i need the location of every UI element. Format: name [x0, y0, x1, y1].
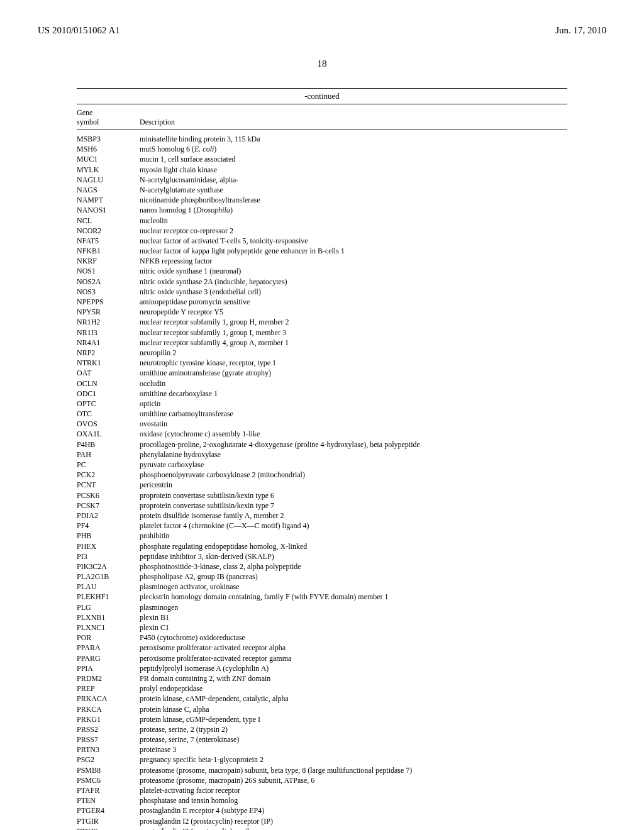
- gene-symbol: NRP2: [77, 348, 140, 358]
- gene-description: protease, serine, 2 (trypsin 2): [140, 724, 567, 734]
- gene-description: phospholipase A2, group IB (pancreas): [140, 572, 567, 582]
- table-row: MSH6mutS homolog 6 (E. coli): [77, 144, 567, 154]
- table-row: PCK2phosphoenolpyruvate carboxykinase 2 …: [77, 470, 567, 480]
- gene-description: platelet-activating factor receptor: [140, 785, 567, 795]
- gene-description: prostaglandin I2 (prostacyclin) synthase: [140, 826, 567, 830]
- table-row: NAGSN-acetylglutamate synthase: [77, 185, 567, 195]
- gene-description: nuclear receptor co-repressor 2: [140, 226, 567, 236]
- gene-description: prolyl endopeptidase: [140, 683, 567, 694]
- table-row: PTGIRprostaglandin I2 (prostacyclin) rec…: [77, 816, 567, 826]
- gene-symbol: PTGIR: [77, 816, 140, 826]
- table-row: MSBP3minisatellite binding protein 3, 11…: [77, 134, 567, 144]
- table-row: PI3peptidase inhibitor 3, skin-derived (…: [77, 551, 567, 562]
- gene-symbol: NOS1: [77, 266, 140, 276]
- gene-symbol: PHEX: [77, 541, 140, 551]
- gene-description: plasminogen activator, urokinase: [140, 582, 567, 592]
- gene-description: ornithine decarboxylase 1: [140, 389, 567, 399]
- table-body: MSBP3minisatellite binding protein 3, 11…: [77, 134, 567, 830]
- gene-symbol: PLEKHF1: [77, 592, 140, 602]
- table-row: PTAFRplatelet-activating factor receptor: [77, 785, 567, 795]
- table-row: OPTCopticin: [77, 399, 567, 409]
- table-row: PCSK7proprotein convertase subtilisin/ke…: [77, 501, 567, 511]
- gene-symbol: PI3: [77, 551, 140, 562]
- table-row: NPY5Rneuropeptide Y receptor Y5: [77, 307, 567, 317]
- table-row: NR1H2nuclear receptor subfamily 1, group…: [77, 317, 567, 327]
- gene-description: proprotein convertase subtilisin/kexin t…: [140, 501, 567, 511]
- gene-description: peptidylprolyl isomerase A (cyclophilin …: [140, 663, 567, 673]
- gene-symbol: OPTC: [77, 399, 140, 409]
- gene-symbol: PCK2: [77, 470, 140, 480]
- gene-symbol: OCLN: [77, 379, 140, 389]
- gene-symbol: MSH6: [77, 144, 140, 154]
- gene-description: nicotinamide phosphoribosyltransferase: [140, 195, 567, 205]
- gene-symbol: PLA2G1B: [77, 572, 140, 582]
- page-container: US 2010/0151062 A1 Jun. 17, 2010 18 -con…: [0, 0, 644, 830]
- table-row: OVOSovostatin: [77, 419, 567, 429]
- rule-under-header: [77, 130, 567, 130]
- gene-description: nucleolin: [140, 216, 567, 226]
- gene-symbol: NANOS1: [77, 205, 140, 215]
- gene-description: phosphoinositide-3-kinase, class 2, alph…: [140, 562, 567, 572]
- gene-description: ornithine carbamoyltransferase: [140, 409, 567, 419]
- gene-description: plasminogen: [140, 602, 567, 612]
- table-row: PRKCAprotein kinase C, alpha: [77, 704, 567, 714]
- table-row: PPARAperoxisome proliferator-activated r…: [77, 643, 567, 653]
- gene-description: nitric oxide synthase 2A (inducible, hep…: [140, 277, 567, 287]
- gene-symbol: NKRF: [77, 256, 140, 266]
- gene-symbol: NPEPPS: [77, 297, 140, 307]
- table-row: NAGLUN-acetylglucosaminidase, alpha-: [77, 175, 567, 185]
- gene-description: peptidase inhibitor 3, skin-derived (SKA…: [140, 551, 567, 562]
- gene-symbol: NPY5R: [77, 307, 140, 317]
- table-row: PRSS2protease, serine, 2 (trypsin 2): [77, 724, 567, 734]
- table-row: PSG2pregnancy specific beta-1-glycoprote…: [77, 755, 567, 765]
- gene-description: proprotein convertase subtilisin/kexin t…: [140, 490, 567, 501]
- gene-description: neurotrophic tyrosine kinase, receptor, …: [140, 358, 567, 368]
- gene-description: phosphate regulating endopeptidase homol…: [140, 541, 567, 551]
- gene-description: mutS homolog 6 (E. coli): [140, 144, 567, 154]
- table-row: PLXNB1plexin B1: [77, 612, 567, 622]
- gene-description: protein kinase, cGMP-dependent, type I: [140, 714, 567, 724]
- table-row: PPIApeptidylprolyl isomerase A (cyclophi…: [77, 663, 567, 673]
- gene-symbol: NAMPT: [77, 195, 140, 205]
- table-row: PRDM2PR domain containing 2, with ZNF do…: [77, 673, 567, 683]
- table-row: NFAT5nuclear factor of activated T-cells…: [77, 236, 567, 246]
- table-row: P4HBprocollagen-proline, 2-oxoglutarate …: [77, 440, 567, 450]
- table-row: PREPprolyl endopeptidase: [77, 683, 567, 694]
- table-row: NTRK1neurotrophic tyrosine kinase, recep…: [77, 358, 567, 368]
- page-header: US 2010/0151062 A1 Jun. 17, 2010: [38, 25, 606, 36]
- table-row: MUC1mucin 1, cell surface associated: [77, 154, 567, 164]
- table-header-row: Gene symbol Description: [77, 107, 567, 128]
- col-header-description: Description: [140, 118, 567, 127]
- gene-description: pregnancy specific beta-1-glycoprotein 2: [140, 755, 567, 765]
- gene-symbol: NOS2A: [77, 277, 140, 287]
- gene-description: P450 (cytochrome) oxidoreductase: [140, 633, 567, 643]
- table-row: NANOS1nanos homolog 1 (Drosophila): [77, 205, 567, 215]
- gene-symbol: POR: [77, 633, 140, 643]
- table-row: PTGISprostaglandin I2 (prostacyclin) syn…: [77, 826, 567, 830]
- table-row: PRSS7protease, serine, 7 (enterokinase): [77, 734, 567, 744]
- gene-description: phenylalanine hydroxylase: [140, 450, 567, 460]
- gene-description: PR domain containing 2, with ZNF domain: [140, 673, 567, 683]
- gene-description: proteinase 3: [140, 744, 567, 755]
- table-row: PDIA2protein disulfide isomerase family …: [77, 511, 567, 521]
- gene-symbol: PLG: [77, 602, 140, 612]
- gene-symbol: NTRK1: [77, 358, 140, 368]
- gene-symbol: PSMB8: [77, 765, 140, 775]
- gene-description: plexin B1: [140, 612, 567, 622]
- table-row: PIK3C2Aphosphoinositide-3-kinase, class …: [77, 562, 567, 572]
- gene-symbol: PF4: [77, 521, 140, 531]
- gene-symbol: PPARA: [77, 643, 140, 653]
- gene-symbol: OAT: [77, 368, 140, 378]
- table-row: NCLnucleolin: [77, 216, 567, 226]
- table-row: NAMPTnicotinamide phosphoribosyltransfer…: [77, 195, 567, 205]
- gene-description: pleckstrin homology domain containing, f…: [140, 592, 567, 602]
- table-row: PLAUplasminogen activator, urokinase: [77, 582, 567, 592]
- gene-description: pyruvate carboxylase: [140, 460, 567, 470]
- table-row: PLGplasminogen: [77, 602, 567, 612]
- gene-symbol: PRSS7: [77, 734, 140, 744]
- gene-description: nuclear factor of activated T-cells 5, t…: [140, 236, 567, 246]
- table-row: PORP450 (cytochrome) oxidoreductase: [77, 633, 567, 643]
- table-row: NPEPPSaminopeptidase puromycin sensitive: [77, 297, 567, 307]
- table-row: NRP2neuropilin 2: [77, 348, 567, 358]
- gene-symbol: MSBP3: [77, 134, 140, 144]
